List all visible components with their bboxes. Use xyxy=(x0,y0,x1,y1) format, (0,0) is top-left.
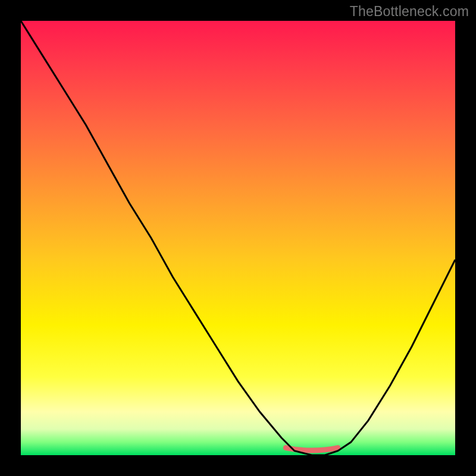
chart-svg xyxy=(21,21,455,455)
bottleneck-curve xyxy=(21,21,455,455)
watermark-label: TheBottleneck.com xyxy=(350,4,469,20)
chart-frame: TheBottleneck.com xyxy=(0,0,476,476)
plot-area xyxy=(21,21,455,455)
